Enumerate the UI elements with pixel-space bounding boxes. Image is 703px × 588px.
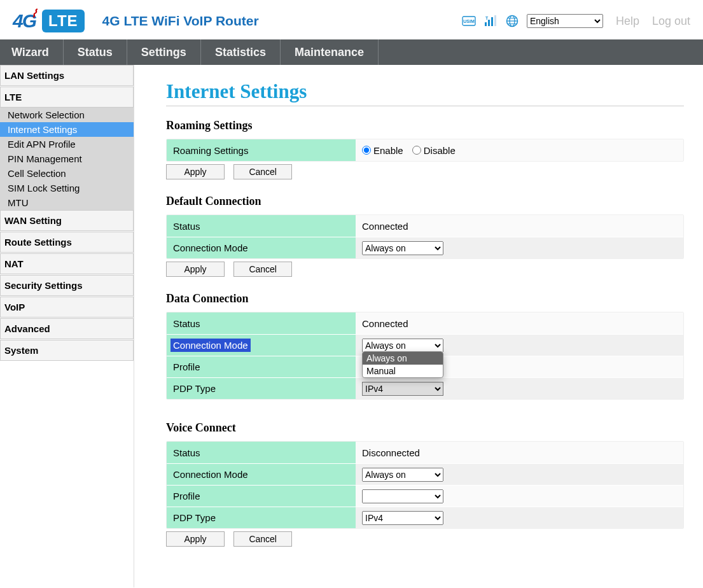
- sidebar-item-simlock[interactable]: SIM Lock Setting: [0, 181, 134, 195]
- data-status-label: Status: [167, 312, 356, 334]
- default-mode-select[interactable]: Always on: [362, 241, 443, 255]
- svg-rect-4: [491, 17, 493, 26]
- svg-rect-2: [485, 22, 487, 26]
- tab-statistics[interactable]: Statistics: [201, 39, 281, 65]
- section-voice-title: Voice Connect: [166, 421, 684, 435]
- section-data-title: Data Connection: [166, 292, 684, 305]
- sidebar-group-advanced[interactable]: Advanced: [0, 318, 134, 339]
- voice-pdp-select[interactable]: IPv4: [362, 511, 443, 525]
- default-status-label: Status: [167, 215, 356, 237]
- roaming-disable-option[interactable]: Disable: [412, 145, 456, 156]
- sidebar-group-wan[interactable]: WAN Setting: [0, 210, 134, 231]
- globe-icon: [505, 14, 519, 28]
- sidebar-group-security[interactable]: Security Settings: [0, 275, 134, 296]
- sidebar-group-nat[interactable]: NAT: [0, 253, 134, 274]
- data-pdp-select[interactable]: IPv4: [362, 382, 443, 396]
- default-cancel-button[interactable]: Cancel: [233, 262, 292, 277]
- voice-apply-button[interactable]: Apply: [166, 531, 225, 547]
- voice-status-value: Disconnected: [356, 442, 683, 463]
- data-pdp-label: PDP Type: [167, 378, 356, 399]
- voice-cancel-button[interactable]: Cancel: [233, 531, 292, 547]
- voice-profile-label: Profile: [167, 486, 356, 507]
- voice-mode-select[interactable]: Always on: [362, 468, 443, 482]
- roaming-enable-option[interactable]: Enable: [362, 145, 403, 156]
- language-select[interactable]: English: [527, 14, 603, 28]
- sidebar-group-voip[interactable]: VoIP: [0, 297, 134, 318]
- tab-settings[interactable]: Settings: [127, 39, 201, 65]
- data-mode-select[interactable]: Always on: [362, 339, 443, 353]
- sidebar-item-network-selection[interactable]: Network Selection: [0, 108, 134, 122]
- header: 4G⌇ LTE 4G LTE WiFi VoIP Router USIM T E…: [0, 0, 703, 39]
- default-status-value: Connected: [356, 215, 683, 237]
- sidebar-item-internet-settings[interactable]: Internet Settings: [0, 122, 134, 137]
- roaming-cancel-button[interactable]: Cancel: [233, 164, 292, 179]
- sidebar-item-apn[interactable]: Edit APN Profile: [0, 137, 134, 151]
- roaming-disable-radio[interactable]: [412, 146, 421, 155]
- voice-pdp-label: PDP Type: [167, 507, 356, 528]
- svg-rect-3: [488, 20, 490, 26]
- top-nav: Wizard Status Settings Statistics Mainte…: [0, 39, 703, 65]
- section-roaming-title: Roaming Settings: [166, 119, 684, 132]
- logo-4g: 4G⌇: [13, 10, 37, 32]
- content: Internet Settings Roaming Settings Roami…: [134, 65, 703, 587]
- data-mode-label: Connection Mode: [171, 339, 251, 352]
- voice-mode-label: Connection Mode: [167, 464, 356, 485]
- sidebar-group-lan[interactable]: LAN Settings: [0, 65, 134, 86]
- roaming-label: Roaming Settings: [167, 139, 356, 161]
- usim-icon: USIM: [462, 14, 476, 28]
- logo-lte-badge: LTE: [42, 10, 85, 32]
- sidebar-item-mtu[interactable]: MTU: [0, 195, 134, 210]
- sidebar-group-route[interactable]: Route Settings: [0, 232, 134, 253]
- logout-link[interactable]: Log out: [652, 15, 690, 28]
- sidebar-item-pin[interactable]: PIN Management: [0, 151, 134, 166]
- sidebar-lte-items: Network Selection Internet Settings Edit…: [0, 108, 134, 210]
- page-title: Internet Settings: [166, 80, 684, 103]
- svg-rect-5: [494, 15, 496, 26]
- sidebar: LAN Settings LTE Network Selection Inter…: [0, 65, 134, 587]
- data-mode-dropdown: Always on Manual: [362, 351, 443, 378]
- tab-wizard[interactable]: Wizard: [0, 39, 64, 65]
- signal-wave-icon: ⌇: [29, 6, 38, 20]
- default-mode-label: Connection Mode: [167, 237, 356, 258]
- roaming-enable-radio[interactable]: [362, 146, 371, 155]
- svg-text:USIM: USIM: [463, 19, 475, 24]
- data-mode-option-manual[interactable]: Manual: [363, 365, 443, 377]
- tab-maintenance[interactable]: Maintenance: [281, 39, 379, 65]
- section-default-title: Default Connection: [166, 195, 684, 208]
- default-apply-button[interactable]: Apply: [166, 262, 225, 277]
- data-status-value: Connected: [356, 312, 683, 334]
- data-profile-label: Profile: [167, 356, 356, 377]
- data-mode-option-always-on[interactable]: Always on: [363, 352, 443, 365]
- svg-text:T: T: [485, 16, 489, 20]
- product-title: 4G LTE WiFi VoIP Router: [102, 13, 259, 29]
- roaming-apply-button[interactable]: Apply: [166, 164, 225, 179]
- sidebar-group-system[interactable]: System: [0, 340, 134, 361]
- tab-status[interactable]: Status: [64, 39, 127, 65]
- voice-profile-select[interactable]: [362, 489, 443, 503]
- sidebar-item-cell[interactable]: Cell Selection: [0, 166, 134, 181]
- help-link[interactable]: Help: [616, 15, 639, 28]
- sidebar-group-lte[interactable]: LTE: [0, 87, 134, 108]
- signal-bars-icon: T: [484, 14, 498, 28]
- voice-status-label: Status: [167, 442, 356, 463]
